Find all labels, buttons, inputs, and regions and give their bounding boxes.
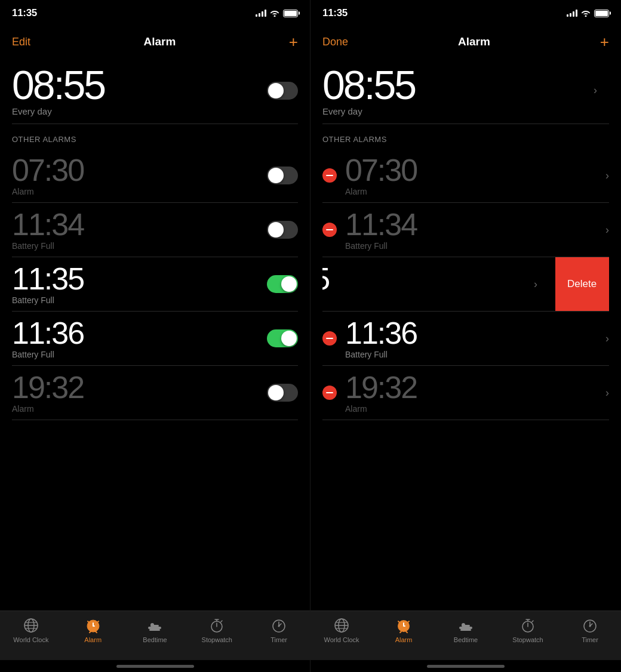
- delete-circle-1136[interactable]: [322, 331, 337, 346]
- delete-circle-1134[interactable]: [322, 223, 337, 237]
- primary-alarm-label: Every day: [12, 106, 104, 116]
- svg-rect-14: [149, 629, 160, 631]
- alarm-1136-chevron: ›: [605, 332, 609, 345]
- delete-minus-icon: [326, 338, 333, 339]
- right-tab-stopwatch[interactable]: Stopwatch: [497, 617, 559, 643]
- alarm-1136-time: 11:36: [12, 317, 84, 349]
- right-timer-icon: [582, 617, 598, 634]
- left-tab-timer-label: Timer: [270, 636, 287, 643]
- left-nav-bar: Edit Alarm +: [0, 26, 310, 57]
- right-add-button[interactable]: +: [600, 34, 609, 50]
- right-alarm-row-1136[interactable]: 11:36 Battery Full ›: [322, 312, 609, 366]
- left-tab-bedtime-label: Bedtime: [143, 636, 167, 643]
- right-alarm-1134-label: Battery Full: [345, 241, 601, 251]
- right-alarm-0730-label: Alarm: [345, 187, 601, 196]
- right-battery-icon: [594, 10, 609, 17]
- alarm-row-1134[interactable]: 11:34 Battery Full: [12, 203, 298, 257]
- alarm-row-1136[interactable]: 11:36 Battery Full: [12, 312, 298, 366]
- right-bedtime-icon: [457, 617, 474, 634]
- right-wifi-icon: [581, 10, 591, 17]
- alarm-0730-info: 07:30 Alarm: [12, 155, 84, 196]
- right-other-alarms-header: OTHER ALARMS: [322, 124, 609, 149]
- right-tab-world-clock[interactable]: World Clock: [310, 617, 373, 643]
- done-button[interactable]: Done: [322, 36, 348, 48]
- left-home-indicator: [0, 660, 310, 672]
- alarm-icon-active: [85, 617, 102, 634]
- delete-button-1135[interactable]: Delete: [555, 257, 609, 311]
- right-tab-bar: World Clock Alarm: [310, 611, 621, 660]
- left-home-bar: [116, 665, 194, 668]
- right-phone-panel: 11:35 Done Alarm + 08:55 Eve: [310, 0, 621, 672]
- alarm-1932-time: 19:32: [12, 372, 84, 403]
- right-primary-alarm-chevron: ›: [594, 84, 597, 97]
- alarm-1136-label: Battery Full: [12, 350, 84, 359]
- toggle-knob: [268, 83, 284, 98]
- right-primary-alarm-label: Every day: [322, 106, 415, 116]
- alarm-1134-chevron: ›: [605, 224, 609, 236]
- right-alarm-list: 08:55 Every day › OTHER ALARMS 07:30 Ala…: [310, 57, 621, 611]
- edit-button[interactable]: Edit: [12, 36, 30, 48]
- delete-circle-1932[interactable]: [322, 386, 337, 400]
- left-tab-bar: World Clock Alarm: [0, 611, 310, 660]
- svg-rect-36: [459, 627, 472, 629]
- right-nav-bar: Done Alarm +: [310, 26, 621, 57]
- timer-icon: [270, 617, 287, 634]
- right-alarm-row-0730[interactable]: 07:30 Alarm ›: [322, 149, 609, 203]
- right-stopwatch-icon: [519, 617, 536, 634]
- toggle-knob: [281, 331, 297, 346]
- svg-rect-39: [462, 625, 470, 627]
- right-alarm-row-1134[interactable]: 11:34 Battery Full ›: [322, 203, 609, 257]
- alarm-row-0730[interactable]: 07:30 Alarm: [12, 149, 298, 203]
- alarm-0730-time: 07:30: [12, 155, 84, 186]
- right-tab-bedtime-label: Bedtime: [454, 636, 478, 643]
- right-world-clock-icon: [333, 617, 350, 634]
- svg-line-35: [406, 631, 407, 633]
- right-nav-title: Alarm: [458, 35, 490, 48]
- alarm-0730-toggle[interactable]: [267, 167, 298, 184]
- alarm-1136-info: 11:36 Battery Full: [12, 317, 84, 359]
- left-add-button[interactable]: +: [289, 34, 298, 50]
- toggle-knob: [268, 385, 284, 400]
- signal-bars-icon: [256, 10, 266, 17]
- left-tab-world-clock[interactable]: World Clock: [0, 617, 62, 643]
- right-alarm-row-1135-sliding[interactable]: 1:35 tery Full › Delete: [322, 257, 609, 312]
- right-status-icons: [567, 10, 609, 17]
- right-alarm-1134-time: 11:34: [345, 209, 601, 240]
- alarm-row-1135[interactable]: 11:35 Battery Full: [12, 257, 298, 312]
- right-signal-bars-icon: [567, 10, 577, 17]
- right-primary-alarm-row[interactable]: 08:55 Every day ›: [322, 57, 609, 124]
- right-alarm-row-1932[interactable]: 19:32 Alarm ›: [322, 366, 609, 420]
- left-phone-panel: 11:35 Edit Alarm + 08:55 Eve: [0, 0, 310, 672]
- svg-line-21: [221, 621, 222, 622]
- right-tab-bedtime[interactable]: Bedtime: [435, 617, 497, 643]
- right-alarm-1136-time: 11:36: [345, 317, 601, 349]
- svg-line-44: [532, 621, 533, 622]
- primary-alarm-toggle[interactable]: [267, 82, 298, 100]
- right-primary-alarm-time: 08:55: [322, 64, 415, 105]
- primary-alarm-row[interactable]: 08:55 Every day: [12, 57, 298, 124]
- alarm-row-1932[interactable]: 19:32 Alarm: [12, 366, 298, 420]
- primary-alarm-time: 08:55: [12, 64, 104, 105]
- alarm-1136-toggle[interactable]: [267, 329, 298, 347]
- left-tab-timer[interactable]: Timer: [248, 617, 310, 643]
- left-tab-bedtime[interactable]: Bedtime: [124, 617, 186, 643]
- svg-line-12: [96, 631, 97, 633]
- right-tab-timer-label: Timer: [582, 636, 598, 643]
- alarm-1932-label: Alarm: [12, 404, 84, 414]
- svg-rect-37: [460, 629, 471, 631]
- right-tab-alarm[interactable]: Alarm: [373, 617, 435, 643]
- stopwatch-icon: [208, 617, 225, 634]
- delete-circle-0730[interactable]: [322, 168, 337, 183]
- alarm-1135-toggle[interactable]: [267, 275, 298, 293]
- alarm-1135-label: Battery Full: [12, 295, 84, 305]
- alarm-1932-chevron: ›: [605, 387, 609, 399]
- alarm-1932-toggle[interactable]: [267, 384, 298, 402]
- toggle-knob: [281, 276, 297, 292]
- left-tab-stopwatch[interactable]: Stopwatch: [186, 617, 248, 643]
- right-home-indicator: [310, 660, 621, 672]
- right-tab-timer[interactable]: Timer: [559, 617, 621, 643]
- alarm-1932-info: 19:32 Alarm: [12, 372, 84, 414]
- alarm-1134-toggle[interactable]: [267, 221, 298, 239]
- left-tab-alarm[interactable]: Alarm: [62, 617, 124, 643]
- right-alarm-0730-time: 07:30: [345, 155, 601, 186]
